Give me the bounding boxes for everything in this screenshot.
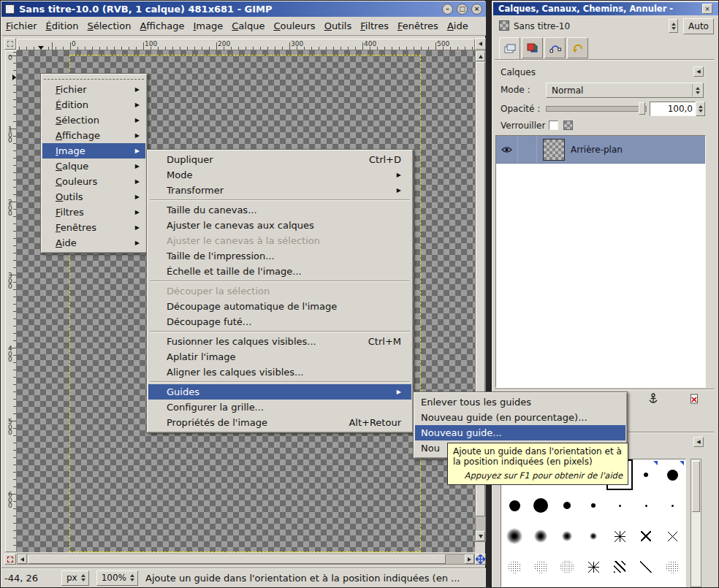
- zoom-select[interactable]: 100%: [96, 570, 138, 586]
- anchor-layer-button[interactable]: [644, 391, 663, 407]
- brush-preview[interactable]: [633, 490, 659, 521]
- horizontal-ruler[interactable]: 0 100 200 300 400 500: [17, 39, 475, 50]
- brush-preview[interactable]: [633, 459, 659, 490]
- link-cell[interactable]: [518, 136, 537, 163]
- scroll-right-button[interactable]: [465, 554, 474, 564]
- menu-item-taille-impression[interactable]: Taille de l'impression...: [148, 248, 411, 264]
- brush-preview[interactable]: [659, 521, 685, 551]
- auto-button[interactable]: Auto: [683, 18, 714, 34]
- menu-outils[interactable]: Outils: [320, 18, 357, 34]
- tab-channels[interactable]: [522, 37, 543, 58]
- brush-preview[interactable]: [659, 551, 685, 582]
- quickmask-toggle-button[interactable]: [4, 554, 16, 565]
- menu-calque[interactable]: Calque: [227, 18, 269, 34]
- menu-aide[interactable]: Aide: [443, 18, 473, 34]
- menu-item-ajuster-canevas-calques[interactable]: Ajuster le canevas aux calques: [148, 218, 411, 233]
- brush-preview[interactable]: [528, 521, 554, 551]
- canvas-menu-button[interactable]: [475, 38, 486, 50]
- tab-layers[interactable]: [499, 37, 520, 60]
- ctx-item-aide[interactable]: Aide▶: [42, 235, 145, 251]
- brush-preview[interactable]: [580, 521, 606, 551]
- close-button[interactable]: ×: [471, 4, 482, 15]
- ctx-item-couleurs[interactable]: Couleurs▶: [42, 174, 145, 189]
- brush-preview[interactable]: [501, 521, 528, 551]
- brush-preview[interactable]: [659, 490, 685, 521]
- ctx-item-affichage[interactable]: Affichage▶: [42, 128, 145, 143]
- unit-select[interactable]: px: [61, 570, 89, 586]
- menu-item-enlever-guides[interactable]: Enlever tous les guides: [415, 394, 625, 410]
- menu-item-taille-canevas[interactable]: Taille du canevas...: [148, 202, 411, 218]
- maximize-button[interactable]: □: [457, 4, 468, 15]
- menu-item-dupliquer[interactable]: DupliquerCtrl+D: [148, 152, 411, 167]
- menu-item-mode[interactable]: Mode▶: [148, 167, 411, 183]
- menu-item-nouveau-guide-pourcentage[interactable]: Nouveau guide (en pourcentage)...: [415, 410, 625, 425]
- menu-item-echelle-taille-image[interactable]: Échelle et taille de l'image...: [148, 264, 411, 279]
- navigation-button[interactable]: [475, 554, 486, 565]
- brush-preview[interactable]: [554, 551, 580, 582]
- ctx-item-filtres[interactable]: Filtres▶: [42, 205, 145, 220]
- brush-preview[interactable]: [580, 551, 606, 582]
- ruler-corner-button[interactable]: [4, 38, 16, 50]
- brush-preview[interactable]: [528, 551, 554, 582]
- scroll-up-button[interactable]: [476, 51, 485, 61]
- lock-alpha-checkbox[interactable]: [563, 121, 573, 130]
- menu-fenetres[interactable]: Fenêtres: [393, 18, 443, 34]
- menu-couleurs[interactable]: Couleurs: [269, 18, 319, 34]
- menu-filtres[interactable]: Filtres: [356, 18, 393, 34]
- horizontal-scrollbar[interactable]: [17, 554, 475, 565]
- vertical-ruler[interactable]: 0 100 200 300 400 500 600: [5, 50, 17, 552]
- panel-collapse-button[interactable]: ◀: [693, 66, 704, 77]
- ctx-item-outils[interactable]: Outils▶: [42, 189, 145, 205]
- menu-edition[interactable]: Édition: [42, 18, 83, 34]
- image-selector-spinner[interactable]: [669, 19, 678, 33]
- scroll-left-button[interactable]: [18, 554, 27, 564]
- brush-preview[interactable]: [554, 490, 580, 521]
- lock-checkbox[interactable]: [549, 121, 558, 130]
- main-titlebar[interactable]: Sans titre-10.0 (RVB, 1 calque) 481x681 …: [1, 1, 486, 17]
- layer-row[interactable]: Arrière-plan: [496, 136, 705, 164]
- brush-preview[interactable]: [554, 521, 580, 551]
- brush-scroll-thumb[interactable]: [692, 461, 700, 512]
- menu-item-configurer-grille[interactable]: Configurer la grille...: [148, 400, 411, 415]
- layer-mode-select[interactable]: Normal: [546, 83, 704, 98]
- menu-item-fusionner-calques[interactable]: Fusionner les calques visibles...Ctrl+M: [148, 334, 411, 349]
- layer-list[interactable]: Arrière-plan: [495, 135, 706, 388]
- menu-item-decoupage-fute[interactable]: Découpage futé...: [148, 314, 411, 329]
- horizontal-scroll-thumb[interactable]: [28, 554, 446, 564]
- brush-preview[interactable]: [659, 459, 685, 490]
- brush-preview[interactable]: [606, 490, 633, 521]
- tab-undo-history[interactable]: [567, 37, 588, 58]
- menu-item-guides[interactable]: Guides▶: [148, 384, 411, 400]
- brush-preview[interactable]: [528, 490, 554, 521]
- ctx-item-calque[interactable]: Calque▶: [42, 159, 145, 174]
- menu-item-aplatir-image[interactable]: Aplatir l'image: [148, 349, 411, 364]
- menu-item-decoupage-automatique[interactable]: Découpage automatique de l'image: [148, 299, 411, 314]
- ctx-item-fichier[interactable]: Fichier▶: [42, 82, 145, 97]
- ctx-item-selection[interactable]: Sélection▶: [42, 112, 145, 128]
- slider-handle[interactable]: [639, 102, 645, 115]
- menu-item-transformer[interactable]: Transformer▶: [148, 183, 411, 198]
- visibility-toggle[interactable]: [496, 136, 518, 163]
- scroll-down-button[interactable]: [476, 531, 485, 541]
- image-selector[interactable]: Sans titre-10: [514, 21, 570, 31]
- brush-preview[interactable]: [633, 551, 659, 582]
- delete-layer-button[interactable]: [685, 391, 704, 407]
- ctx-item-fenetres[interactable]: Fenêtres▶: [42, 220, 145, 235]
- ctx-item-image[interactable]: Image▶: [42, 143, 145, 159]
- brush-preview[interactable]: [501, 551, 528, 582]
- dock-titlebar[interactable]: Calques, Canaux, Chemins, Annuler -: [493, 2, 718, 15]
- brush-preview[interactable]: [501, 490, 528, 521]
- menu-item-proprietes-image[interactable]: Propriétés de l'imageAlt+Retour: [148, 415, 411, 430]
- menu-selection[interactable]: Sélection: [83, 18, 135, 34]
- menu-affichage[interactable]: Affichage: [135, 18, 189, 34]
- menu-item-aligner-calques[interactable]: Aligner les calques visibles...: [148, 364, 411, 380]
- brush-scrollbar[interactable]: [691, 459, 701, 587]
- ctx-item-edition[interactable]: Édition▶: [42, 97, 145, 112]
- brush-preview[interactable]: [633, 521, 659, 551]
- opacity-slider[interactable]: [546, 102, 647, 115]
- tab-paths[interactable]: [544, 37, 566, 58]
- brush-preview[interactable]: [606, 551, 633, 582]
- brush-preview[interactable]: [606, 521, 633, 551]
- dock-close-button[interactable]: ×: [702, 4, 712, 14]
- menu-fichier[interactable]: Fichier: [1, 18, 42, 34]
